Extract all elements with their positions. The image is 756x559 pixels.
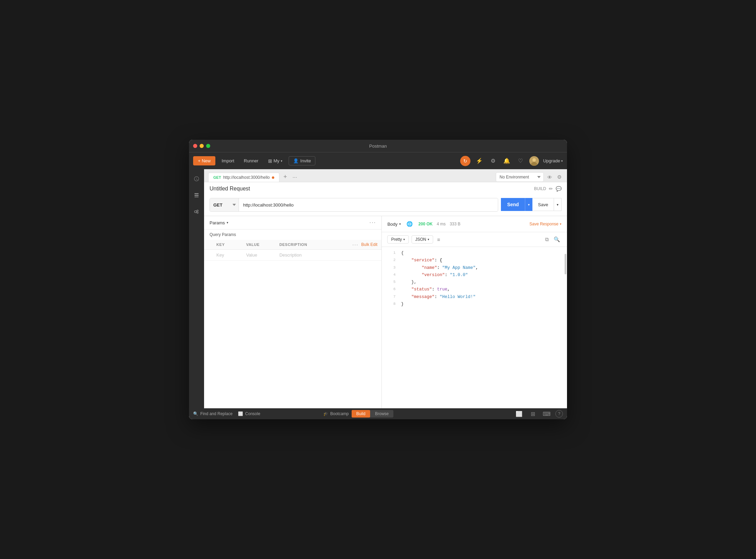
params-panel: Params ▾ ··· Query Params KEY [204, 216, 382, 408]
upgrade-button[interactable]: Upgrade ▾ [543, 158, 563, 163]
keyboard-icon[interactable]: ⌨ [542, 409, 551, 419]
save-button[interactable]: Save [532, 198, 554, 211]
titlebar: Postman [189, 140, 567, 152]
new-tab-button[interactable]: + [281, 172, 290, 182]
response-time: 4 ms [437, 222, 445, 226]
save-dropdown-button[interactable]: ▾ [554, 198, 562, 211]
param-value-cell: Value [242, 250, 275, 261]
settings-icon[interactable]: ⚙ [488, 156, 498, 166]
action-buttons: Send ▾ Save ▾ [501, 198, 562, 212]
settings-icon[interactable]: ⚙ [556, 173, 563, 182]
eye-icon[interactable]: 👁 [546, 173, 554, 182]
globe-icon[interactable]: 🌐 [405, 220, 414, 228]
workspace-label: My [274, 158, 279, 163]
body-title-button[interactable]: Body ▾ [387, 222, 401, 227]
copy-icon[interactable]: ⧉ [544, 235, 550, 244]
request-title-row: Untitled Request BUILD ✏ 💬 [204, 182, 567, 195]
send-dropdown-button[interactable]: ▾ [525, 198, 532, 211]
avatar[interactable] [529, 156, 539, 166]
table-actions-header: ··· Bulk Edit [330, 240, 381, 250]
json-line-7: 7 "message": "Hello World!" [382, 294, 567, 301]
window-title: Postman [369, 144, 387, 149]
search-icon[interactable]: 🔍 [552, 235, 562, 244]
maximize-button[interactable] [206, 144, 210, 148]
desc-placeholder: Description [279, 252, 302, 258]
chevron-down-icon: ▾ [281, 159, 282, 163]
edit-icon[interactable]: ✏ [549, 186, 553, 191]
save-response-button[interactable]: Save Response ▾ [529, 222, 562, 226]
description-column-header: DESCRIPTION [275, 240, 331, 250]
response-toolbar: Pretty ▾ JSON ▾ ≡ ⧉ 🔍 [382, 232, 567, 247]
request-tab[interactable]: GET http://localhost:3000/hello [208, 173, 279, 182]
sidebar-item-apis[interactable] [191, 206, 202, 217]
method-selector[interactable]: GET POST PUT DELETE PATCH [210, 198, 239, 211]
json-line-4: 4 "version": "1.0.0" [382, 272, 567, 279]
status-bar: 🔍 Find and Replace ⬜ Console 🎓 Bootcamp … [189, 408, 567, 419]
build-tab-button[interactable]: Build [352, 410, 370, 418]
json-format-button[interactable]: JSON ▾ [412, 235, 433, 244]
svg-rect-3 [194, 193, 199, 194]
url-bar: GET POST PUT DELETE PATCH [210, 198, 498, 212]
help-icon[interactable]: ? [555, 410, 563, 418]
body-label: Body [387, 222, 398, 227]
runner-button[interactable]: Runner [240, 156, 262, 165]
sidebar [189, 169, 204, 408]
status-bar-left: 🔍 Find and Replace ⬜ Console [193, 411, 260, 416]
workspace-switcher-button[interactable]: ⊞ My ▾ [265, 156, 286, 166]
status-badge: 200 OK [418, 222, 432, 226]
sidebar-item-history[interactable] [191, 173, 202, 184]
sync-button[interactable]: ↻ [460, 156, 470, 166]
browse-tab-button[interactable]: Browse [370, 410, 393, 418]
svg-point-6 [194, 211, 197, 213]
json-response-body: 1 { 2 "service": { 3 [382, 247, 567, 408]
value-column-header: VALUE [242, 240, 275, 250]
response-header: Body ▾ 🌐 200 OK 4 ms 333 B Save Response… [382, 216, 567, 232]
bootcamp-button[interactable]: 🎓 Bootcamp [323, 411, 349, 416]
minimize-button[interactable] [200, 144, 204, 148]
response-panel: Body ▾ 🌐 200 OK 4 ms 333 B Save Response… [382, 216, 567, 408]
sidebar-item-collections[interactable] [191, 190, 202, 201]
layout-icon[interactable]: ⊞ [528, 409, 538, 419]
tab-bar: GET http://localhost:3000/hello + ··· No… [204, 169, 567, 182]
toolbar-right-group: ↻ ⚡ ⚙ 🔔 ♡ Upgrade ▾ [460, 156, 563, 166]
send-button[interactable]: Send [501, 198, 525, 211]
columns-more-button[interactable]: ··· [352, 242, 358, 247]
comment-icon[interactable]: 💬 [556, 186, 562, 191]
status-bar-center: 🎓 Bootcamp Build Browse [323, 410, 393, 418]
new-button[interactable]: + New [193, 156, 215, 165]
build-browse-tabs: Build Browse [352, 410, 394, 418]
chevron-down-icon: ▾ [561, 159, 563, 163]
environment-selector[interactable]: No Environment [496, 172, 544, 182]
heart-icon[interactable]: ♡ [516, 156, 525, 166]
invite-icon: 👤 [293, 158, 299, 163]
url-input[interactable] [239, 198, 498, 211]
wrap-lines-icon[interactable]: ≡ [436, 235, 442, 244]
build-label-text: BUILD [534, 186, 546, 191]
notifications-icon[interactable]: 🔔 [502, 156, 512, 166]
interceptor-icon[interactable]: ⚡ [475, 156, 484, 166]
json-line-3: 3 "name": "My App Name", [382, 264, 567, 272]
console-button[interactable]: ⬜ Console [238, 411, 260, 416]
window-controls [193, 144, 210, 148]
scrollbar[interactable] [565, 254, 566, 274]
environment-area: No Environment 👁 ⚙ [496, 172, 563, 182]
params-more-button[interactable]: ··· [369, 220, 376, 226]
svg-rect-4 [194, 195, 199, 196]
request-name: Untitled Request [210, 186, 250, 192]
json-line-2: 2 "service": { [382, 257, 567, 264]
invite-button[interactable]: 👤 Invite [289, 156, 315, 165]
console-icon: ⬜ [238, 411, 243, 416]
panel-icon[interactable]: ⬜ [514, 409, 524, 419]
pretty-format-button[interactable]: Pretty ▾ [387, 235, 408, 244]
bulk-edit-button[interactable]: Bulk Edit [361, 242, 377, 247]
request-section: Untitled Request BUILD ✏ 💬 GET POST PUT … [204, 182, 567, 216]
import-button[interactable]: Import [218, 156, 238, 165]
build-area: BUILD ✏ 💬 [534, 186, 562, 191]
close-button[interactable] [193, 144, 197, 148]
key-column-header: KEY [204, 240, 242, 250]
find-replace-button[interactable]: 🔍 Find and Replace [193, 411, 232, 416]
more-tabs-button[interactable]: ··· [290, 173, 300, 182]
params-title-button[interactable]: Params ▾ [210, 220, 228, 225]
app-window: Postman + New Import Runner ⊞ My ▾ 👤 Inv… [189, 140, 567, 419]
params-table: KEY VALUE DESCRIPTION · [204, 240, 381, 261]
